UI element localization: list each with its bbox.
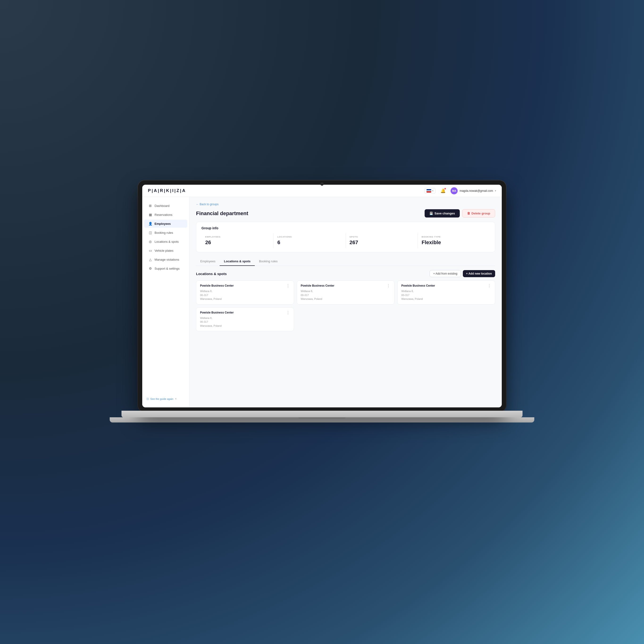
sidebar-item-booking-rules[interactable]: ◫ Booking rules	[144, 229, 187, 237]
page-header: Financial department 💾 Save changes 🗑 De…	[196, 209, 495, 217]
location-city-0: Warszawa, Poland	[200, 297, 222, 300]
settings-icon: ⚙	[148, 267, 152, 270]
sidebar-guide-link[interactable]: ◫ See the guide again ✕	[142, 395, 189, 403]
tab-booking-rules[interactable]: Booking rules	[255, 257, 282, 266]
language-selector[interactable]: ▾	[424, 188, 435, 194]
locations-section-header: Locations & spots + Add from existing + …	[196, 270, 495, 277]
save-label: Save changes	[435, 212, 455, 215]
app-logo: P|A|R|K|I|Z|A	[148, 188, 186, 193]
location-card-0[interactable]: Powisle Business Center ⋮ Widlana 8, 00-…	[196, 280, 294, 305]
stat-booking-type-value: Flexible	[422, 239, 486, 246]
sidebar-label-booking-rules: Booking rules	[155, 231, 173, 234]
location-address-1: Widlana 8, 00-317 Warszawa, Poland	[301, 289, 391, 301]
guide-close-icon: ✕	[175, 397, 177, 400]
location-menu-icon-1[interactable]: ⋮	[387, 284, 390, 288]
notifications-button[interactable]: 🔔	[439, 187, 447, 195]
sidebar-label-vehicle-plates: Vehicle plates	[155, 249, 173, 252]
guide-icon: ◫	[146, 397, 149, 400]
location-city-3: Warszawa, Poland	[200, 324, 222, 327]
location-card-header-0: Powisle Business Center ⋮	[200, 284, 290, 288]
location-address-3: Widlana 8, 00-317 Warszawa, Poland	[200, 316, 290, 328]
stat-booking-type: BOOKING TYPE Flexible	[418, 233, 490, 248]
laptop-wrapper: P|A|R|K|I|Z|A ▾ 🔔 MA magda.nowak@gmail.c…	[110, 180, 534, 464]
laptop-base-bottom	[110, 417, 534, 422]
page-title: Financial department	[196, 210, 248, 217]
user-menu-button[interactable]: MA magda.nowak@gmail.com ▾	[451, 187, 496, 194]
sidebar-item-manage-violations[interactable]: △ Manage violations	[144, 255, 187, 263]
group-info-title: Group info	[201, 226, 490, 230]
location-card-2[interactable]: Powisle Business Center ⋮ Widlana 8, 00-…	[397, 280, 495, 305]
location-street-3: Widlana 8,	[200, 317, 212, 319]
location-city-2: Warszawa, Poland	[401, 297, 423, 300]
location-name-1: Powisle Business Center	[301, 284, 335, 287]
stat-booking-type-label: BOOKING TYPE	[422, 236, 486, 238]
location-city-1: Warszawa, Poland	[301, 297, 322, 300]
location-name-0: Powisle Business Center	[200, 284, 234, 287]
tab-locations-spots[interactable]: Locations & spots	[220, 257, 255, 266]
location-card-header-2: Powisle Business Center ⋮	[401, 284, 491, 288]
back-to-groups-link[interactable]: ← Back to groups	[196, 203, 495, 206]
delete-label: Delete group	[472, 212, 490, 215]
location-name-3: Powisle Business Center	[200, 311, 234, 314]
location-menu-icon-3[interactable]: ⋮	[286, 311, 290, 315]
user-email: magda.nowak@gmail.com	[460, 189, 493, 192]
stat-employees-value: 26	[205, 239, 270, 246]
chevron-down-icon: ▾	[432, 189, 433, 192]
sidebar-label-employees: Employees	[155, 222, 171, 226]
app-body: ⊞ Dashboard ▦ Reservations 👤 Employees ◫…	[142, 197, 502, 407]
dashboard-icon: ⊞	[148, 204, 152, 208]
locations-icon: ◎	[148, 240, 152, 243]
notification-badge	[444, 188, 446, 190]
main-content: ← Back to groups Financial department 💾 …	[189, 197, 502, 407]
user-chevron-icon: ▾	[495, 189, 496, 192]
location-address-0: Widlana 8, 00-317 Warszawa, Poland	[200, 289, 290, 301]
employees-icon: 👤	[148, 222, 152, 226]
locations-section-title: Locations & spots	[196, 272, 227, 276]
location-name-2: Powisle Business Center	[401, 284, 435, 287]
stat-locations: LOCATIONS 6	[274, 233, 346, 248]
trackpad-notch	[298, 417, 346, 419]
location-card-header-3: Powisle Business Center ⋮	[200, 311, 290, 315]
location-postal-2: 00-317	[401, 294, 409, 297]
sidebar-label-locations: Locations & spots	[155, 240, 179, 243]
stat-spots-value: 267	[350, 239, 414, 246]
laptop-base-top	[121, 411, 523, 417]
sidebar-item-employees[interactable]: 👤 Employees	[144, 220, 187, 228]
add-new-location-button[interactable]: + Add new location	[463, 270, 495, 277]
sidebar-label-violations: Manage violations	[155, 258, 179, 261]
sidebar-item-support-settings[interactable]: ⚙ Support & settings	[144, 264, 187, 272]
delete-button[interactable]: 🗑 Delete group	[462, 209, 495, 217]
camera-notch	[320, 182, 324, 186]
location-postal-1: 00-317	[301, 294, 309, 297]
section-actions: + Add from existing + Add new location	[430, 270, 495, 277]
locations-grid: Powisle Business Center ⋮ Widlana 8, 00-…	[196, 280, 495, 331]
location-card-3[interactable]: Powisle Business Center ⋮ Widlana 8, 00-…	[196, 307, 294, 331]
violations-icon: △	[148, 258, 152, 261]
tab-employees[interactable]: Employees	[196, 257, 220, 266]
stat-spots: SPOTS 267	[346, 233, 418, 248]
screen: P|A|R|K|I|Z|A ▾ 🔔 MA magda.nowak@gmail.c…	[142, 185, 502, 407]
group-info-card: Group info EMPLOYEES 26 LOCATIONS 6	[196, 222, 495, 252]
location-menu-icon-0[interactable]: ⋮	[286, 284, 290, 288]
location-card-1[interactable]: Powisle Business Center ⋮ Widlana 8, 00-…	[297, 280, 395, 305]
sidebar-item-vehicle-plates[interactable]: ▭ Vehicle plates	[144, 247, 187, 255]
stat-locations-label: LOCATIONS	[277, 236, 342, 238]
location-postal-0: 00-317	[200, 294, 208, 297]
laptop-bezel: P|A|R|K|I|Z|A ▾ 🔔 MA magda.nowak@gmail.c…	[138, 180, 506, 412]
reservations-icon: ▦	[148, 213, 152, 217]
location-street-2: Widlana 8,	[401, 290, 414, 293]
sidebar-item-reservations[interactable]: ▦ Reservations	[144, 211, 187, 219]
stats-row: EMPLOYEES 26 LOCATIONS 6 SPOTS 267	[201, 233, 490, 248]
save-button[interactable]: 💾 Save changes	[425, 209, 460, 217]
location-street-0: Widlana 8,	[200, 290, 212, 293]
header-actions: 💾 Save changes 🗑 Delete group	[425, 209, 495, 217]
tabs-bar: Employees Locations & spots Booking rule…	[196, 257, 495, 266]
sidebar-item-dashboard[interactable]: ⊞ Dashboard	[144, 202, 187, 210]
flag-icon	[427, 189, 431, 192]
location-address-2: Widlana 8, 00-317 Warszawa, Poland	[401, 289, 491, 301]
location-menu-icon-2[interactable]: ⋮	[487, 284, 491, 288]
topbar-right: ▾ 🔔 MA magda.nowak@gmail.com ▾	[424, 187, 496, 195]
add-from-existing-button[interactable]: + Add from existing	[430, 270, 461, 277]
location-card-header-1: Powisle Business Center ⋮	[301, 284, 391, 288]
sidebar-item-locations-spots[interactable]: ◎ Locations & spots	[144, 238, 187, 246]
